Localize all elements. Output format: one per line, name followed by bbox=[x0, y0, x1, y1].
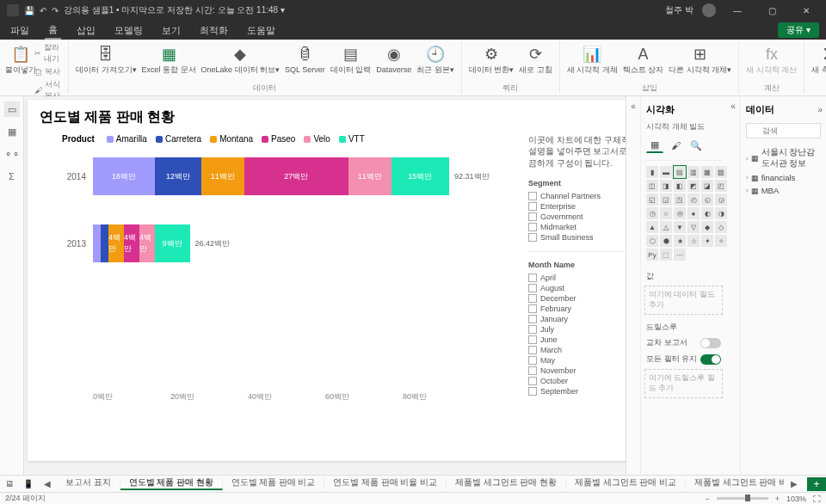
bar-segment[interactable]: 12백만 bbox=[155, 157, 201, 195]
filter-option[interactable]: Midmarket bbox=[528, 222, 626, 232]
viz-type-icon[interactable]: ◩ bbox=[687, 180, 700, 192]
viz-type-icon[interactable]: ◑ bbox=[715, 207, 727, 219]
viz-type-icon[interactable]: ◶ bbox=[715, 194, 727, 206]
page-tab[interactable]: 연도별 제품 판매 비교 bbox=[223, 477, 325, 489]
menu-view[interactable]: 보기 bbox=[158, 22, 184, 39]
viz-type-icon[interactable]: ◳ bbox=[674, 194, 686, 206]
newmeasure-button[interactable]: Σ새 측정값 bbox=[810, 41, 826, 77]
data-table-item[interactable]: ›▦서울시 장난감도서관 정보 bbox=[746, 145, 821, 171]
viz-type-icon[interactable]: ◧ bbox=[674, 180, 686, 192]
legend-item[interactable]: Velo bbox=[304, 134, 330, 144]
add-page-button[interactable]: + bbox=[807, 477, 826, 491]
viz-type-icon[interactable]: ▦ bbox=[701, 166, 713, 178]
getdata-button[interactable]: 🗄데이터 가져오기▾ bbox=[74, 41, 139, 77]
page-tab[interactable]: 제품별 세그먼트 판매 현황 bbox=[447, 477, 566, 489]
desktop-layout-icon[interactable]: 🖥 bbox=[0, 479, 19, 489]
bar-segment[interactable]: 11백만 bbox=[348, 157, 391, 195]
viz-analytics-mode[interactable]: 🔍 bbox=[687, 138, 705, 153]
user-avatar[interactable] bbox=[702, 3, 716, 17]
refresh-button[interactable]: ⟳새로 고침 bbox=[517, 41, 554, 77]
viz-format-mode[interactable]: 🖌 bbox=[667, 138, 684, 153]
paste-button[interactable]: 📋 붙여넣기 bbox=[9, 41, 33, 102]
filter-option[interactable]: Small Business bbox=[528, 232, 626, 243]
model-view-icon[interactable]: ⚬⚬ bbox=[4, 146, 20, 162]
viz-type-icon[interactable]: ◫ bbox=[646, 180, 658, 192]
expand-icon[interactable]: » bbox=[817, 105, 823, 114]
legend-item[interactable]: Amarilla bbox=[107, 134, 147, 144]
filter-option[interactable]: October bbox=[528, 376, 626, 386]
viz-type-icon[interactable]: ◵ bbox=[701, 194, 713, 206]
filter-option[interactable]: April bbox=[528, 273, 626, 283]
menu-modeling[interactable]: 모델링 bbox=[111, 22, 146, 39]
viz-type-icon[interactable]: ▼ bbox=[674, 221, 686, 233]
filters-collapse-icon[interactable]: « bbox=[626, 96, 640, 475]
viz-type-icon[interactable]: ★ bbox=[674, 235, 686, 247]
viz-type-icon[interactable]: ▥ bbox=[687, 166, 700, 178]
page-tab[interactable]: 제품별 세그먼트 판매 비율 비교 bbox=[686, 477, 785, 489]
table-view-icon[interactable]: ▦ bbox=[4, 124, 20, 139]
menu-file[interactable]: 파일 bbox=[7, 22, 33, 39]
dax-view-icon[interactable]: Σ bbox=[4, 169, 20, 184]
viz-type-icon[interactable]: ⬢ bbox=[660, 235, 672, 247]
bar-segment[interactable]: 4백만 bbox=[108, 224, 124, 262]
legend-item[interactable]: VTT bbox=[339, 134, 365, 144]
viz-build-mode[interactable]: ▦ bbox=[646, 138, 663, 153]
page-tab[interactable]: 보고서 표지 bbox=[57, 477, 120, 489]
legend-item[interactable]: Paseo bbox=[262, 134, 295, 144]
legend-item[interactable]: Montana bbox=[210, 134, 253, 144]
page-nav-prev[interactable]: ◀ bbox=[38, 479, 57, 489]
viz-type-icon[interactable]: ▧ bbox=[715, 166, 727, 178]
bar-segment[interactable]: 9백만 bbox=[155, 224, 190, 262]
dataverse-button[interactable]: ◉Dataverse bbox=[374, 41, 413, 77]
window-minimize-icon[interactable]: — bbox=[724, 6, 750, 15]
menu-help[interactable]: 도움말 bbox=[243, 22, 279, 39]
menu-insert[interactable]: 삽입 bbox=[73, 22, 99, 39]
filter-option[interactable]: November bbox=[528, 366, 626, 376]
data-table-item[interactable]: ›▦MBA bbox=[746, 184, 821, 197]
viz-type-icon[interactable]: Py bbox=[646, 249, 658, 261]
viz-type-icon[interactable]: ▤ bbox=[674, 166, 686, 178]
viz-type-icon[interactable]: ✦ bbox=[701, 235, 713, 247]
viz-type-icon[interactable]: ● bbox=[687, 207, 700, 219]
viz-type-icon[interactable]: △ bbox=[660, 221, 672, 233]
bar-segment[interactable]: 27백만 bbox=[244, 157, 349, 195]
filter-option[interactable]: March bbox=[528, 345, 626, 355]
page-tab[interactable]: 연도별 제품 판매 현황 bbox=[120, 477, 223, 490]
viz-type-icon[interactable]: ▬ bbox=[660, 166, 672, 178]
drill-dropzone[interactable]: 여기에 드릴스루 필드 추가 bbox=[644, 369, 723, 398]
filter-option[interactable]: May bbox=[528, 355, 626, 366]
enterdata-button[interactable]: ▤데이터 입력 bbox=[329, 41, 373, 77]
filter-option[interactable]: June bbox=[528, 335, 626, 345]
filter-option[interactable]: Channel Partners bbox=[528, 191, 626, 201]
cross-report-toggle[interactable] bbox=[700, 338, 721, 348]
viz-type-icon[interactable]: ◲ bbox=[660, 194, 672, 206]
page-tab[interactable]: 제품별 세그먼트 판매 비교 bbox=[566, 477, 686, 489]
report-view-icon[interactable]: ▭ bbox=[4, 101, 20, 117]
recent-button[interactable]: 🕘최근 원본▾ bbox=[415, 41, 456, 77]
viz-type-icon[interactable]: ⋯ bbox=[674, 249, 686, 261]
viz-type-icon[interactable]: ◴ bbox=[687, 194, 700, 206]
legend-item[interactable]: Carretera bbox=[156, 134, 201, 144]
filter-option[interactable]: August bbox=[528, 283, 626, 293]
viz-type-icon[interactable]: ◱ bbox=[646, 194, 658, 206]
filter-option[interactable]: July bbox=[528, 324, 626, 335]
qat-save-icon[interactable]: 💾 bbox=[24, 6, 34, 15]
bar-segment[interactable]: 4백만 bbox=[124, 224, 139, 262]
newmeasure2-button[interactable]: fx새 시각적 계산 bbox=[744, 41, 798, 77]
viz-type-icon[interactable]: ◇ bbox=[715, 221, 727, 233]
viz-type-icon[interactable]: ◎ bbox=[674, 207, 686, 219]
zoom-out-icon[interactable]: − bbox=[705, 495, 709, 503]
month-filter[interactable]: Month Name⌄ AprilAugustDecemberFebruaryJ… bbox=[528, 257, 626, 405]
mobile-layout-icon[interactable]: 📱 bbox=[19, 479, 38, 489]
transform-button[interactable]: ⚙데이터 변환▾ bbox=[467, 41, 516, 77]
window-close-icon[interactable]: ✕ bbox=[793, 6, 819, 15]
page-nav-next[interactable]: ▶ bbox=[785, 479, 804, 489]
viz-type-icon[interactable]: ▽ bbox=[687, 221, 700, 233]
segment-filter[interactable]: Segment⌄ Channel PartnersEnterpriseGover… bbox=[528, 175, 626, 252]
viz-type-icon[interactable]: ◆ bbox=[701, 221, 713, 233]
viz-type-icon[interactable]: ▲ bbox=[646, 221, 658, 233]
window-restore-icon[interactable]: ▢ bbox=[759, 6, 785, 15]
data-table-item[interactable]: ›▦financials bbox=[746, 171, 821, 184]
filter-option[interactable]: December bbox=[528, 293, 626, 304]
excel-button[interactable]: ▦Excel 통합 문서 bbox=[140, 41, 198, 77]
